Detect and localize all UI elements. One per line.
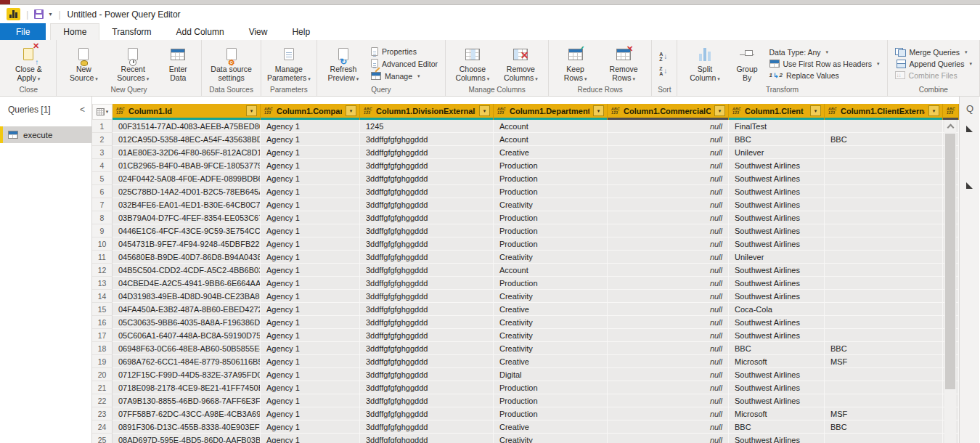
sort-descending-button[interactable]: ZA↓ [658,66,669,76]
group-by-button[interactable]: Group By [730,43,764,84]
table-cell[interactable]: Agency 1 [261,198,360,211]
table-cell[interactable]: null [608,237,729,251]
table-cell[interactable]: 08AD697D-595E-4BD5-86D0-AAFB03B6... [113,434,261,443]
table-cell[interactable]: 024F0442-5A08-4F0E-ADFE-0899BDB64... [113,172,261,185]
table-cell[interactable] [825,159,943,172]
table-cell[interactable]: null [608,381,729,394]
table-cell[interactable]: 3ddffgfgfghggddd [360,224,494,237]
query-settings-collapsed-rail[interactable]: Q [959,97,979,443]
data-source-settings-button[interactable]: ⚙ Data source settings [205,43,256,84]
row-number[interactable]: 9 [92,224,113,237]
column-filter-button[interactable]: ▾ [479,105,490,116]
tab-view[interactable]: View [237,23,280,40]
table-cell[interactable]: Creative [494,355,608,368]
table-cell[interactable]: BBC [729,420,825,434]
table-cell[interactable]: Production [494,211,608,224]
row-number[interactable]: 5 [92,172,113,185]
row-number[interactable]: 16 [92,316,113,329]
row-number[interactable]: 10 [92,237,113,251]
advanced-editor-button[interactable]: Advanced Editor [369,59,439,69]
table-cell[interactable]: Southwest Airlines [729,159,825,172]
table-cell[interactable]: 3ddffgfgfghggddd [360,329,494,342]
table-cell[interactable]: BBC [825,420,943,434]
scrollbar-thumb[interactable] [945,134,955,389]
tab-file[interactable]: File [0,23,46,40]
table-cell[interactable]: Account [494,120,608,133]
table-cell[interactable]: null [608,185,729,198]
table-cell[interactable]: Southwest Airlines [729,264,825,277]
table-cell[interactable]: 04B5C504-CDD2-4CDF-A5C2-4BB6B0345... [113,264,261,277]
table-cell[interactable] [825,224,943,237]
table-cell[interactable]: 0446E1C6-4FCF-43CE-9C59-3E754CC26B... [113,224,261,237]
table-cell[interactable]: Creative [494,146,608,159]
recent-sources-button[interactable]: Recent Sources▾ [109,43,157,84]
column-header[interactable]: ABC123Column1.Client▾ [729,104,825,120]
table-cell[interactable]: Microsoft [729,407,825,420]
table-cell[interactable]: Creativity [494,290,608,303]
table-cell[interactable] [825,172,943,185]
table-cell[interactable]: 03B79A04-D7FC-4FEF-8354-EE053C67F4... [113,211,261,224]
row-number[interactable]: 17 [92,329,113,342]
table-cell[interactable]: Creative [494,420,608,434]
choose-columns-button[interactable]: Choose Columns▾ [449,43,496,84]
table-cell[interactable]: null [608,434,729,443]
row-number[interactable]: 1 [92,120,113,133]
row-number[interactable]: 18 [92,342,113,355]
table-cell[interactable]: 3ddffgfgfghggddd [360,420,494,434]
table-cell[interactable]: Digital [494,368,608,381]
table-cell[interactable]: 3ddffgfgfghggddd [360,172,494,185]
table-cell[interactable]: Creativity [494,329,608,342]
table-cell[interactable]: 0712F15C-F99D-44D5-832E-37A95FD01... [113,368,261,381]
manage-parameters-button[interactable]: Manage Parameters▾ [265,43,313,84]
row-number[interactable]: 6 [92,185,113,198]
table-cell[interactable]: Unilever [729,146,825,159]
row-number[interactable]: 23 [92,407,113,420]
column-header[interactable]: ABC123Column1.Id▾ [113,104,261,120]
table-cell[interactable]: Production [494,185,608,198]
row-number[interactable]: 8 [92,211,113,224]
query-list-item-execute[interactable]: execute [0,126,91,143]
table-cell[interactable]: FinalTest [729,120,825,133]
table-cell[interactable]: 3ddffgfgfghggddd [360,159,494,172]
table-cell[interactable]: 3ddffgfgfghggddd [360,342,494,355]
column-header[interactable]: ABC123Column1.Department▾ [494,104,608,120]
table-cell[interactable]: 01CB2965-B4F0-4BAB-9FCE-1805377984... [113,159,261,172]
table-cell[interactable]: Agency 1 [261,394,360,407]
table-cell[interactable] [825,198,943,211]
table-cell[interactable]: MSF [825,407,943,420]
table-cell[interactable]: Agency 1 [261,316,360,329]
use-first-row-as-headers-button[interactable]: Use First Row as Headers▾ [768,60,881,68]
table-cell[interactable]: Agency 1 [261,368,360,381]
table-cell[interactable]: Agency 1 [261,407,360,420]
table-cell[interactable]: null [608,329,729,342]
table-cell[interactable]: Southwest Airlines [729,394,825,407]
table-cell[interactable]: 3ddffgfgfghggddd [360,198,494,211]
table-cell[interactable]: null [608,198,729,211]
table-cell[interactable]: null [608,264,729,277]
table-cell[interactable]: null [608,133,729,146]
merge-queries-button[interactable]: Merge Queries▾ [894,48,973,57]
table-cell[interactable] [825,120,943,133]
manage-button[interactable]: Manage▾ [369,72,439,81]
table-cell[interactable]: 01AE80E3-32D6-4F80-865F-812AC8D11... [113,146,261,159]
table-cell[interactable]: Microsoft [729,355,825,368]
table-cell[interactable]: Account [494,133,608,146]
table-cell[interactable]: 3ddffgfgfghggddd [360,381,494,394]
table-cell[interactable]: Agency 1 [261,133,360,146]
table-cell[interactable]: BBC [729,133,825,146]
table-cell[interactable]: Agency 1 [261,251,360,264]
table-cell[interactable]: 045680E8-B9DE-40D7-86D8-B94A04386... [113,251,261,264]
table-cell[interactable]: 3ddffgfgfghggddd [360,303,494,316]
row-number[interactable]: 21 [92,381,113,394]
table-cell[interactable]: Southwest Airlines [729,368,825,381]
table-cell[interactable]: 3ddffgfgfghggddd [360,237,494,251]
table-cell[interactable]: Southwest Airlines [729,277,825,290]
table-cell[interactable]: 012CA95D-5358-48EC-A54F-435638BDB... [113,133,261,146]
table-cell[interactable]: 3ddffgfgfghggddd [360,146,494,159]
column-filter-button[interactable]: ▾ [928,105,939,116]
table-cell[interactable]: null [608,120,729,133]
table-cell[interactable]: 3ddffgfgfghggddd [360,290,494,303]
table-cell[interactable]: 0718E098-2178-4CE9-8E21-41FF7450BD... [113,381,261,394]
table-cell[interactable]: Creativity [494,198,608,211]
table-cell[interactable] [825,237,943,251]
